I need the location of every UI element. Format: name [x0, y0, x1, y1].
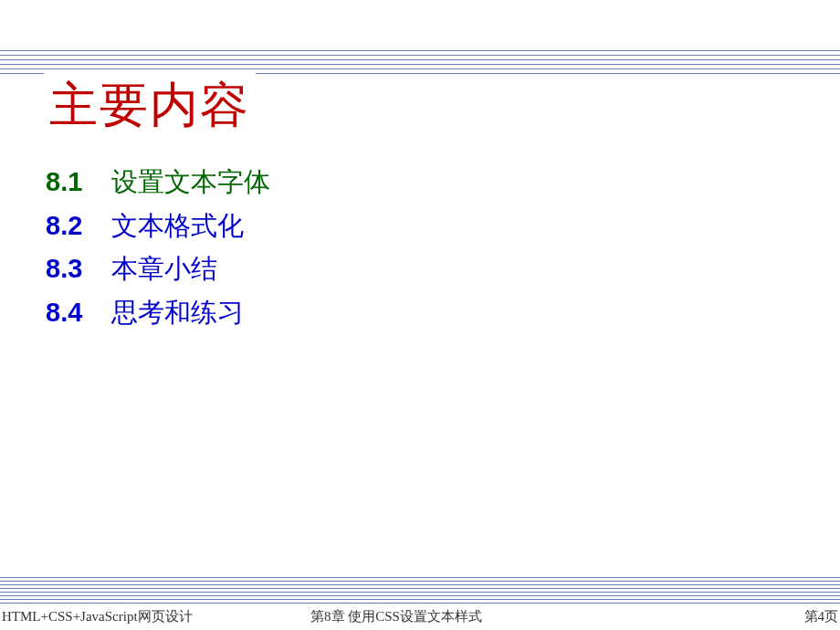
toc-text: 设置文本字体: [111, 163, 270, 203]
toc-number: 8.4: [46, 293, 111, 333]
toc-list: 8.1 设置文本字体 8.2 文本格式化 8.3 本章小结 8.4 思考和练习: [46, 163, 270, 336]
toc-item: 8.3 本章小结: [46, 249, 270, 289]
toc-item: 8.2 文本格式化: [46, 206, 270, 247]
slide-title: 主要内容: [44, 73, 256, 139]
footer-page-number: 第4页: [804, 608, 839, 625]
toc-text: 本章小结: [111, 249, 217, 289]
decorative-bottom-lines: [0, 577, 840, 604]
toc-text: 文本格式化: [111, 206, 244, 247]
toc-number: 8.3: [46, 249, 111, 289]
footer-book-title: HTML+CSS+JavaScript网页设计: [2, 608, 193, 625]
toc-item: 8.1 设置文本字体: [46, 163, 270, 203]
footer-chapter: 第8章 使用CSS设置文本样式: [310, 608, 482, 625]
toc-item: 8.4 思考和练习: [46, 293, 270, 333]
toc-text: 思考和练习: [111, 293, 244, 333]
toc-number: 8.2: [46, 206, 111, 247]
toc-number: 8.1: [46, 163, 111, 203]
